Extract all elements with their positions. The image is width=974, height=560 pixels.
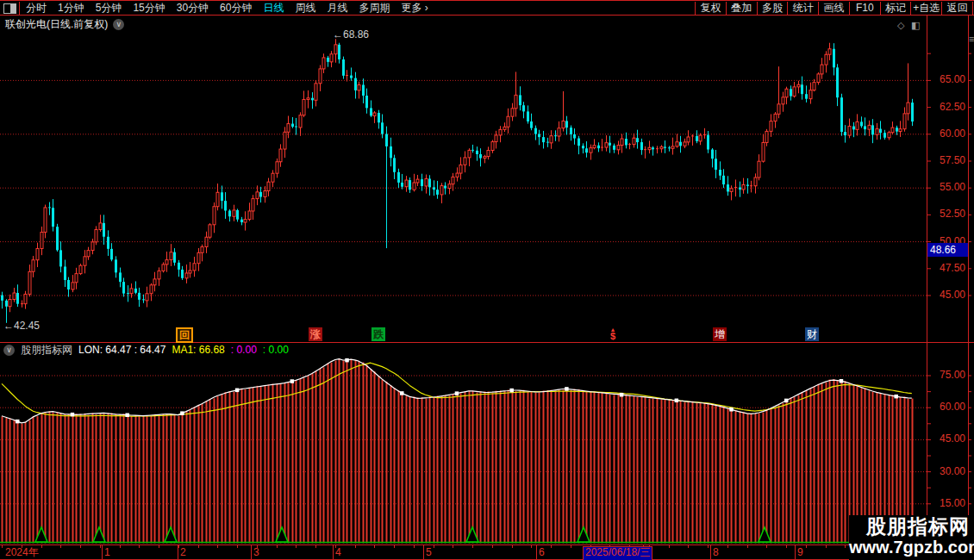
month-divider [102,544,103,559]
low-annotation: ←42.45 [3,320,40,332]
price-label: 45.00 [927,289,965,301]
month-divider [251,544,252,559]
toolbar-bottom-border [0,15,974,16]
action-button-叠加[interactable]: 叠加 [726,2,757,15]
axis-border [927,15,927,560]
watermark-line1: 股朋指标网 [849,515,970,538]
indicator-value: : 0.00 [263,344,289,356]
month-divider [710,544,711,559]
chevron-down-icon[interactable]: ∨ [3,345,15,356]
right-strip-border [968,15,969,560]
date-label: 3 [253,546,259,558]
action-button-统计[interactable]: 统计 [787,2,818,15]
period-tab-5分钟[interactable]: 5分钟 [96,2,122,15]
chart-marker-回[interactable]: 回 [176,327,193,343]
date-label: 1 [104,546,110,558]
date-label: 2 [180,546,186,558]
month-divider [423,544,424,559]
action-button-标记[interactable]: 标记 [880,2,911,15]
last-price-tag: 48.66 [927,243,968,257]
period-tab-更多 ›[interactable]: 更多 › [401,2,428,15]
menu-icon[interactable]: ≡ [969,34,974,44]
period-tab-月线[interactable]: 月线 [327,2,347,15]
app-window: 分时1分钟5分钟15分钟30分钟60分钟日线周线月线多周期更多 › 复权叠加多股… [0,0,974,560]
price-label: 62.50 [927,102,965,113]
indicator-label: 60.00 [927,401,965,413]
panel-separator [0,342,974,343]
indicator-value: LON: 64.47 : 64.47 [78,344,165,356]
period-tab-分时[interactable]: 分时 [26,2,47,15]
date-label: 8 [713,546,719,558]
period-tab-1分钟[interactable]: 1分钟 [58,2,84,15]
chart-title-row: 联创光电(日线.前复权) ∨ [5,18,124,30]
chart-marker-跌[interactable]: 跌 [371,327,385,341]
selected-date-box: 2025/06/18/三 [583,546,652,560]
indicator-label: 45.00 [927,433,965,445]
high-annotation: ←68.86 [333,28,369,40]
chart-marker-财[interactable]: 财 [805,327,819,341]
date-label: 2024年 [5,546,39,558]
date-label: 4 [335,546,341,558]
date-axis-top-border [0,544,974,545]
action-button-画线[interactable]: 画线 [818,2,849,15]
chart-marker-涨[interactable]: 涨 [309,327,322,341]
price-label: 52.50 [927,208,965,220]
action-buttons: 复权叠加多股统计画线F10标记+自选返回 [695,2,973,15]
period-tab-30分钟[interactable]: 30分钟 [177,2,209,15]
price-label: 55.00 [927,182,965,193]
period-tab-日线[interactable]: 日线 [263,2,284,15]
action-button-+自选[interactable]: +自选 [910,2,941,15]
toolbar-divider [19,2,20,15]
chart-canvas[interactable] [0,0,974,560]
indicator-value: 股朋指标网 [21,343,72,358]
chevron-down-icon[interactable]: ∨ [113,19,124,30]
month-divider [536,544,537,559]
period-tab-周线[interactable]: 周线 [295,2,315,15]
period-tabs: 分时1分钟5分钟15分钟30分钟60分钟日线周线月线多周期更多 › [26,2,428,15]
action-button-复权[interactable]: 复权 [695,2,726,15]
month-divider [795,544,796,559]
window-split-icon[interactable] [3,3,16,14]
date-label: 9 [797,546,803,558]
price-label: 60.00 [927,128,965,140]
panel-toggle-icon[interactable]: ◧ [911,21,920,30]
period-tab-多周期[interactable]: 多周期 [359,2,390,15]
action-button-多股[interactable]: 多股 [757,2,788,15]
indicator-value: : 0.00 [231,344,257,356]
date-label: 5 [426,546,432,558]
diamond-icon[interactable]: ◇ [897,21,904,30]
price-label: 57.50 [927,155,965,166]
action-button-返回[interactable]: 返回 [941,2,973,15]
action-button-F10[interactable]: F10 [849,2,880,15]
price-label: 47.50 [927,263,965,274]
page-title: 联创光电(日线.前复权) [5,17,108,32]
price-label: 65.00 [927,74,965,85]
chart-marker-增[interactable]: 增 [713,327,727,341]
month-divider [178,544,178,559]
indicator-label: 30.00 [927,466,965,477]
period-tab-15分钟[interactable]: 15分钟 [133,2,165,15]
watermark: 股朋指标网 www.7gpzb.com [849,515,974,560]
top-toolbar: 分时1分钟5分钟15分钟30分钟60分钟日线周线月线多周期更多 › 复权叠加多股… [0,0,974,15]
month-divider [333,544,334,559]
chart-marker-$[interactable]: ▲$ [606,327,620,341]
date-label: 6 [539,546,545,558]
indicator-value: MA1: 66.68 [172,344,224,356]
indicator-header: ∨ 股朋指标网LON: 64.47 : 64.47MA1: 66.68: 0.0… [3,344,289,356]
indicator-label: 15.00 [927,498,965,509]
watermark-line2: www.7gpzb.com [849,538,970,557]
indicator-label: 75.00 [927,370,965,381]
period-tab-60分钟[interactable]: 60分钟 [220,2,252,15]
